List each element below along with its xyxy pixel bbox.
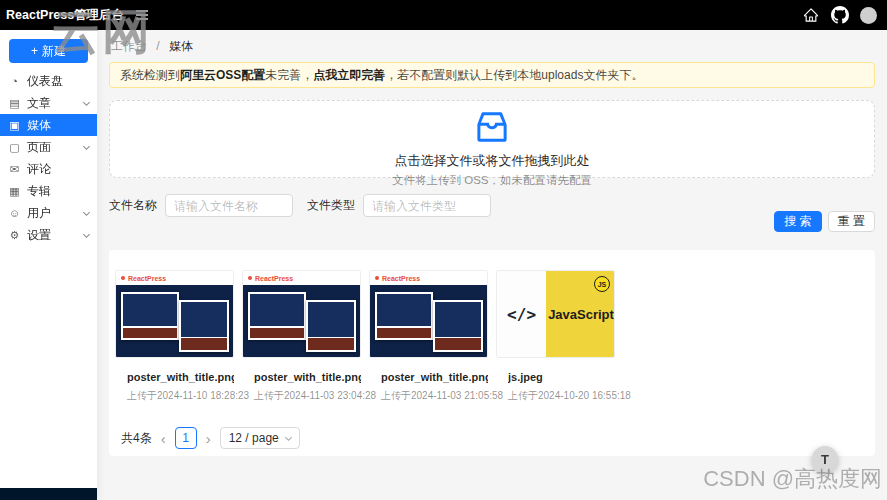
media-upload-time: 上传于2024-11-03 23:04:28: [254, 389, 361, 403]
logo-dot-icon: [248, 276, 252, 280]
media-file-name: poster_with_title.png: [127, 371, 234, 383]
page-icon: ▢: [8, 141, 21, 154]
sidebar-item-users[interactable]: ☺ 用户: [0, 202, 97, 224]
article-icon: ▤: [8, 97, 21, 110]
prev-page-button[interactable]: ‹: [161, 431, 166, 446]
media-file-name: js.jpeg: [508, 371, 615, 383]
sidebar-item-settings[interactable]: ⚙ 设置: [0, 224, 97, 246]
chevron-down-icon: [83, 98, 90, 105]
new-button-label: 新建: [42, 43, 66, 60]
chevron-down-icon: [83, 230, 90, 237]
thumb-logo-text: ReactPress: [382, 275, 420, 282]
media-panel: ReactPress poster_with_title.png 上传于2024…: [109, 250, 875, 456]
reset-button[interactable]: 重 置: [828, 211, 875, 232]
media-grid: ReactPress poster_with_title.png 上传于2024…: [115, 270, 869, 403]
page-size-value: 12 / page: [229, 431, 279, 445]
filter-buttons: 搜 索 重 置: [774, 211, 875, 232]
thumb-js-text: JavaScript: [548, 307, 614, 322]
sidebar-item-comments[interactable]: ✉ 评论: [0, 158, 97, 180]
search-button[interactable]: 搜 索: [774, 211, 821, 232]
breadcrumb: 工作台 / 媒体: [111, 38, 875, 52]
settings-icon: ⚙: [8, 229, 21, 242]
filter-bar: 文件名称 文件类型 搜 索 重 置: [109, 194, 875, 242]
sidebar-item-media[interactable]: ▣ 媒体: [0, 114, 97, 136]
new-button[interactable]: + 新建: [9, 39, 88, 63]
sidebar-item-label: 页面: [27, 139, 51, 156]
main-content: 工作台 / 媒体 系统检测到阿里云OSS配置未完善，点我立即完善，若不配置则默认…: [97, 30, 887, 500]
media-upload-time: 上传于2024-11-03 21:05:58: [381, 389, 488, 403]
media-thumbnail: ReactPress: [369, 270, 488, 358]
sidebar-item-label: 媒体: [27, 117, 51, 134]
oss-config-alert: 系统检测到阿里云OSS配置未完善，点我立即完善，若不配置则默认上传到本地uplo…: [109, 62, 875, 88]
file-type-label: 文件类型: [307, 194, 355, 217]
file-type-input[interactable]: [363, 194, 491, 217]
plus-icon: +: [31, 44, 38, 58]
album-icon: ▦: [8, 185, 21, 198]
breadcrumb-item-media: 媒体: [169, 39, 193, 53]
media-card[interactable]: ReactPress poster_with_title.png 上传于2024…: [242, 270, 361, 403]
app-header: ReactPress管理后台: [0, 0, 887, 30]
page-number-1[interactable]: 1: [175, 427, 197, 449]
upload-subtitle: 文件将上传到 OSS，如未配置请先配置: [110, 173, 874, 188]
thumb-logo-text: ReactPress: [255, 275, 293, 282]
media-thumbnail: ReactPress: [115, 270, 234, 358]
page-size-select[interactable]: 12 / page: [220, 427, 300, 449]
header-actions: [802, 6, 887, 24]
alert-text: 系统检测到: [120, 68, 180, 82]
upload-title: 点击选择文件或将文件拖拽到此处: [110, 152, 874, 170]
pagination-total: 共4条: [121, 430, 152, 447]
home-icon[interactable]: [802, 6, 820, 24]
code-icon: </>: [507, 305, 536, 324]
github-icon[interactable]: [831, 6, 849, 24]
breadcrumb-separator: /: [156, 39, 159, 53]
sidebar-item-dashboard[interactable]: ◔ 仪表盘: [0, 70, 97, 92]
media-upload-time: 上传于2024-11-10 18:28:23: [127, 389, 234, 403]
media-thumbnail: ReactPress: [242, 270, 361, 358]
sidebar-footer: [0, 488, 97, 500]
alert-text: 未完善，: [265, 68, 313, 82]
alert-text: ，若不配置则默认上传到本地uploads文件夹下。: [385, 68, 643, 82]
logo-dot-icon: [121, 276, 125, 280]
back-to-top-button[interactable]: T: [812, 446, 838, 472]
comment-icon: ✉: [8, 163, 21, 176]
media-card[interactable]: </> JavaScript JS js.jpeg 上传于2024-10-20 …: [496, 270, 615, 403]
sidebar: + 新建 ◔ 仪表盘 ▤ 文章 ▣ 媒体 ▢ 页面 ✉ 评论 ▦ 专辑: [0, 30, 97, 500]
chevron-down-icon: [285, 433, 292, 440]
pagination: 共4条 ‹ 1 › 12 / page: [115, 427, 869, 449]
chevron-down-icon: [83, 208, 90, 215]
thumb-logo-text: ReactPress: [128, 275, 166, 282]
sidebar-menu: ◔ 仪表盘 ▤ 文章 ▣ 媒体 ▢ 页面 ✉ 评论 ▦ 专辑 ☺ 用户: [0, 70, 97, 488]
menu-fold-icon[interactable]: [132, 4, 152, 26]
next-page-button[interactable]: ›: [206, 431, 211, 446]
sidebar-item-label: 用户: [27, 205, 51, 222]
sidebar-item-albums[interactable]: ▦ 专辑: [0, 180, 97, 202]
inbox-icon: [472, 107, 512, 147]
file-name-input[interactable]: [165, 194, 293, 217]
sidebar-item-label: 文章: [27, 95, 51, 112]
dashboard-icon: ◔: [8, 75, 21, 87]
media-file-name: poster_with_title.png: [254, 371, 361, 383]
media-upload-time: 上传于2024-10-20 16:55:18: [508, 389, 615, 403]
user-icon: ☺: [8, 207, 21, 219]
sidebar-item-label: 仪表盘: [27, 73, 63, 90]
sidebar-item-pages[interactable]: ▢ 页面: [0, 136, 97, 158]
alert-configure-link[interactable]: 点我立即完善: [313, 68, 385, 82]
media-card[interactable]: ReactPress poster_with_title.png 上传于2024…: [115, 270, 234, 403]
sidebar-item-label: 评论: [27, 161, 51, 178]
media-file-name: poster_with_title.png: [381, 371, 488, 383]
js-logo-icon: JS: [594, 276, 610, 292]
media-card[interactable]: ReactPress poster_with_title.png 上传于2024…: [369, 270, 488, 403]
sidebar-item-label: 设置: [27, 227, 51, 244]
logo-dot-icon: [375, 276, 379, 280]
file-name-label: 文件名称: [109, 194, 157, 217]
app-title: ReactPress管理后台: [0, 7, 124, 24]
chevron-down-icon: [83, 142, 90, 149]
user-avatar[interactable]: [860, 7, 877, 24]
media-thumbnail: </> JavaScript JS: [496, 270, 615, 358]
sidebar-item-label: 专辑: [27, 183, 51, 200]
breadcrumb-item-workbench[interactable]: 工作台: [111, 39, 147, 53]
media-icon: ▣: [8, 119, 21, 132]
sidebar-item-articles[interactable]: ▤ 文章: [0, 92, 97, 114]
alert-bold-oss: 阿里云OSS配置: [180, 68, 265, 82]
upload-dropzone[interactable]: 点击选择文件或将文件拖拽到此处 文件将上传到 OSS，如未配置请先配置: [109, 100, 875, 178]
